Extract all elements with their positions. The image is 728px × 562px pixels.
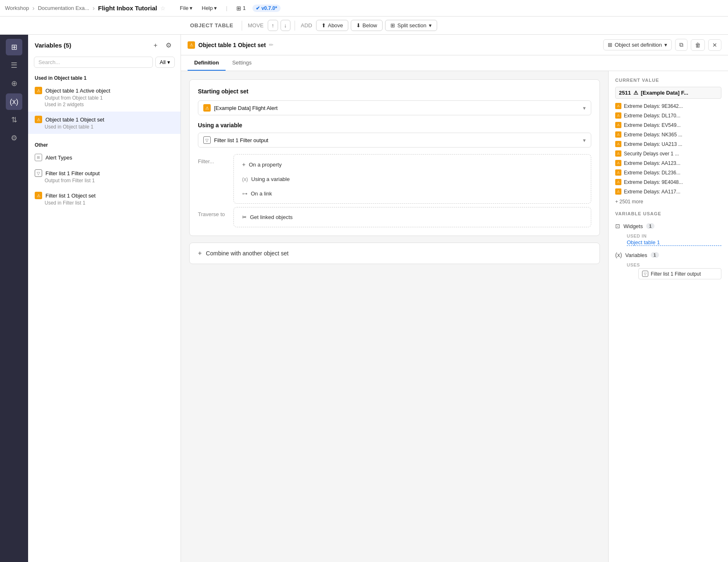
- filter-on-property[interactable]: + On a property: [237, 158, 588, 171]
- content-area: ⚠ Object table 1 Object set ✏ ⊞ Object s…: [181, 35, 728, 562]
- used-in-label: USED IN: [627, 233, 721, 238]
- add-below-button[interactable]: ⬇ Below: [351, 20, 382, 31]
- split-icon: ⊞: [390, 22, 395, 29]
- toolbar-divider2: [295, 21, 295, 31]
- filter-on-link[interactable]: ⊶ On a link: [237, 187, 588, 200]
- item-warn-icon: ⚠: [615, 179, 621, 185]
- variables-count-badge: 1: [651, 252, 659, 258]
- move-label: MOVE: [246, 22, 265, 29]
- file-chevron-icon: ▾: [190, 5, 193, 11]
- current-value-count: 2511: [619, 90, 631, 96]
- item-warn-icon: ⚠: [615, 169, 621, 176]
- current-value-section-title: CURRENT VALUE: [615, 78, 721, 83]
- variables-usage-item: (x) Variables 1: [615, 249, 721, 261]
- toolbar-divider1: [242, 21, 242, 31]
- tab-definition[interactable]: Definition: [188, 55, 226, 71]
- tab-settings[interactable]: Settings: [226, 55, 258, 71]
- object-set-definition-dropdown[interactable]: ⊞ Object set definition ▾: [603, 39, 672, 50]
- var-item-object-set[interactable]: ⚠ Object table 1 Object set Used in Obje…: [28, 112, 181, 134]
- side-icon-grid[interactable]: ⊞: [6, 39, 22, 55]
- more-link: + 2501 more: [615, 199, 721, 205]
- var-item-filter-set[interactable]: ⚠ Filter list 1 Object set Used in Filte…: [28, 188, 181, 210]
- list-item: ⚠ Extreme Delays: DL236...: [615, 169, 721, 176]
- add-label: ADD: [299, 22, 314, 29]
- obj-def-chevron-icon: ▾: [664, 42, 667, 48]
- split-section-button[interactable]: ⊞ Split section ▾: [385, 20, 437, 31]
- var-item-name: ⚠ Object table 1 Active object: [35, 87, 174, 94]
- used-in-object-table-link[interactable]: Object table 1: [627, 239, 721, 246]
- move-down-button[interactable]: ↓: [281, 20, 291, 31]
- sidebar-actions: + ⚙: [151, 40, 174, 50]
- using-variable-select[interactable]: ▽ Filter list 1 Filter output ▾: [198, 133, 591, 148]
- var-item-name: ▽ Filter list 1 Filter output: [35, 169, 174, 177]
- enum-icon: ⊞: [35, 154, 42, 161]
- add-variable-button[interactable]: +: [151, 41, 160, 50]
- uses-filter-icon: ▽: [642, 271, 648, 277]
- duplicate-button[interactable]: ⧉: [675, 39, 688, 51]
- filter-using-variable[interactable]: (x) Using a variable: [237, 173, 588, 186]
- var-item-alert-types[interactable]: ⊞ Alert Types: [28, 150, 181, 165]
- obj-def-icon: ⊞: [608, 42, 612, 48]
- help-chevron-icon: ▾: [214, 5, 217, 11]
- workshop-breadcrumb[interactable]: Workshop: [5, 5, 29, 11]
- add-above-button[interactable]: ⬆ Above: [316, 20, 348, 31]
- delete-button[interactable]: 🗑: [691, 39, 705, 51]
- var-item-filter-output[interactable]: ▽ Filter list 1 Filter output Output fro…: [28, 165, 181, 188]
- traverse-section: Traverse to ✂ Get linked objects: [198, 207, 591, 227]
- docexa-breadcrumb[interactable]: Documentation Exa...: [38, 5, 89, 11]
- uses-filter-item: ▽ Filter list 1 Filter output: [638, 268, 721, 279]
- search-bar: All ▾: [28, 54, 181, 72]
- breadcrumb-sep2: ›: [93, 5, 95, 12]
- side-icon-data[interactable]: ⇅: [6, 112, 22, 128]
- section2-label: Other: [28, 139, 181, 150]
- object-table-tab[interactable]: OBJECT TABLE: [186, 21, 238, 30]
- edit-icon[interactable]: ✏: [269, 42, 274, 48]
- filter-section: Filter... + On a property (x) Using a va…: [198, 154, 591, 204]
- side-icon-add[interactable]: ⊕: [6, 75, 22, 92]
- combine-plus-icon: +: [198, 250, 202, 257]
- right-panel: CURRENT VALUE 2511 ⚠ [Example Data] F...…: [608, 71, 728, 562]
- starting-set-select[interactable]: ⚠ [Example Data] Flight Alert ▾: [198, 100, 591, 115]
- item-warn-icon: ⚠: [615, 188, 621, 195]
- on-link-icon: ⊶: [242, 191, 247, 197]
- item-warn-icon: ⚠: [615, 150, 621, 157]
- side-icon-layers[interactable]: ☰: [6, 57, 22, 74]
- var-item-active-object[interactable]: ⚠ Object table 1 Active object Output fr…: [28, 83, 181, 112]
- below-icon: ⬇: [356, 22, 361, 29]
- version-badge[interactable]: ✔ v0.7.0*: [252, 5, 281, 12]
- var-select-chevron-icon: ▾: [583, 137, 586, 143]
- get-linked-objects[interactable]: ✂ Get linked objects: [237, 211, 588, 224]
- all-filter-dropdown[interactable]: All ▾: [155, 57, 175, 68]
- value-list: ⚠ Extreme Delays: 9E3642... ⚠ Extreme De…: [615, 102, 721, 195]
- breadcrumb-sep1: ›: [32, 5, 34, 12]
- variables-icon: (x): [615, 252, 622, 258]
- scissors-icon: ✂: [242, 214, 247, 220]
- object-title: ⚠ Object table 1 Object set ✏: [188, 41, 599, 49]
- object-name: Object table 1 Object set: [198, 42, 266, 48]
- starting-set-title: Starting object set: [198, 88, 591, 95]
- star-icon[interactable]: ☆: [160, 5, 166, 12]
- grid-count[interactable]: ⊞ 1: [234, 4, 248, 12]
- filter-options: + On a property (x) Using a variable ⊶ O…: [233, 154, 591, 204]
- var-item-name: ⊞ Alert Types: [35, 154, 174, 161]
- move-up-button[interactable]: ↑: [268, 20, 278, 31]
- help-menu[interactable]: Help ▾: [199, 4, 219, 12]
- combine-card[interactable]: + Combine with another object set: [189, 243, 600, 264]
- topbar-right: File ▾ Help ▾ | ⊞ 1 ✔ v0.7.0*: [177, 4, 280, 12]
- side-icon-settings[interactable]: ⚙: [6, 130, 22, 146]
- close-button[interactable]: ✕: [708, 39, 721, 51]
- var-item-sub1: Used in Filter list 1: [45, 199, 174, 206]
- secondary-toolbar: OBJECT TABLE MOVE ↑ ↓ ADD ⬆ Above ⬇ Belo…: [0, 17, 728, 35]
- object-warn-icon: ⚠: [188, 41, 195, 49]
- widgets-usage-item: ⊡ Widgets 1: [615, 220, 721, 232]
- side-icon-variable[interactable]: (x): [6, 93, 22, 110]
- definition-panel: Starting object set ⚠ [Example Data] Fli…: [181, 71, 608, 562]
- split-chevron-icon: ▾: [429, 22, 432, 29]
- file-menu[interactable]: File ▾: [177, 4, 195, 12]
- variables-sidebar: Variables (5) + ⚙ All ▾ Used in Object t…: [28, 35, 181, 562]
- search-input[interactable]: [34, 57, 153, 68]
- check-icon: ✔: [256, 5, 260, 11]
- filter-options-button[interactable]: ⚙: [163, 40, 174, 50]
- main-definition-card: Starting object set ⚠ [Example Data] Fli…: [189, 79, 600, 236]
- list-item: ⚠ Extreme Delays: NK365 ...: [615, 131, 721, 138]
